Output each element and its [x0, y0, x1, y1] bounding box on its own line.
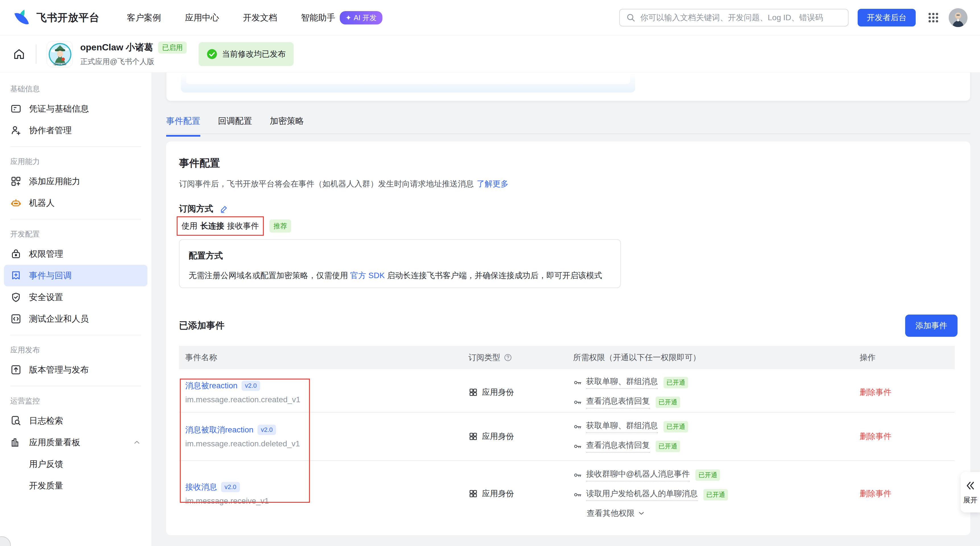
sidebar-item-version-release[interactable]: 版本管理与发布	[4, 359, 147, 380]
event-name-link[interactable]: 消息被reaction	[185, 380, 238, 391]
sidebar-item-bot[interactable]: 机器人	[4, 192, 147, 214]
help-circle-icon[interactable]	[504, 353, 512, 362]
permission-name[interactable]: 获取单聊、群组消息	[586, 376, 658, 389]
scrolled-card-inner-panel	[181, 73, 635, 92]
event-config-card: 事件配置 订阅事件后，飞书开放平台将会在事件（如机器人入群）发生时向请求地址推送…	[166, 142, 970, 535]
sidebar-item-label: 日志检索	[29, 415, 63, 427]
permission-item: 获取单聊、群组消息 已开通	[573, 376, 860, 389]
double-chevron-left-icon	[965, 480, 976, 491]
sidebar-item-credentials[interactable]: 凭证与基础信息	[4, 98, 147, 119]
home-icon[interactable]	[13, 48, 25, 60]
chevron-down-icon	[637, 509, 645, 517]
config-method-box: 配置方式 无需注册公网域名或配置加密策略，仅需使用 官方 SDK 启动长连接飞书…	[179, 239, 621, 288]
tab-callback-config[interactable]: 回调配置	[218, 115, 252, 137]
tab-encryption-policy[interactable]: 加密策略	[270, 115, 304, 137]
sidebar-item-events-callbacks[interactable]: 事件与回调	[4, 265, 147, 287]
sidebar-item-label: 用户反馈	[29, 458, 63, 470]
sidebar-item-test-enterprise[interactable]: 测试企业和人员	[4, 308, 147, 330]
user-avatar[interactable]	[949, 8, 967, 27]
event-name-cell: 消息被取消reaction v2.0 im.message.reaction.d…	[179, 412, 468, 460]
edit-pencil-icon[interactable]	[220, 204, 229, 213]
search-icon	[626, 13, 636, 22]
bar-chart-icon	[10, 437, 22, 448]
sidebar-item-label: 开发质量	[29, 480, 63, 492]
version-badge: v2.0	[242, 380, 260, 391]
delete-event-link[interactable]: 删除事件	[860, 387, 891, 398]
col-actions: 操作	[860, 352, 955, 363]
delete-event-link[interactable]: 删除事件	[860, 431, 891, 442]
permission-name[interactable]: 查看消息表情回复	[586, 396, 650, 409]
view-more-permissions-link[interactable]: 查看其他权限	[587, 508, 860, 519]
log-search-icon	[10, 415, 22, 427]
event-row-message-reaction-deleted: 消息被取消reaction v2.0 im.message.reaction.d…	[179, 412, 955, 460]
top-navbar: 飞书开放平台 客户案例 应用中心 开发文档 智能助手 ✦ AI 开发 开发者后台	[0, 0, 980, 36]
official-sdk-link[interactable]: 官方 SDK	[350, 271, 385, 280]
divider	[10, 219, 141, 220]
mode-prefix: 使用	[181, 221, 197, 231]
sidebar-item-collaborators[interactable]: 协作者管理	[4, 119, 147, 141]
tab-event-config[interactable]: 事件配置	[166, 115, 200, 137]
sidebar-item-label: 安全设置	[29, 291, 63, 303]
app-grid-icon[interactable]	[927, 11, 940, 24]
mode-suffix: 接收事件	[227, 221, 259, 231]
sidebar-section-release: 应用发布	[4, 341, 147, 359]
sidebar-item-quality-dashboard[interactable]: 应用质量看板	[4, 431, 147, 453]
app-identity-icon	[468, 489, 478, 498]
sidebar-section-capability: 应用能力	[4, 152, 147, 170]
event-name-link[interactable]: 接收消息	[185, 482, 217, 492]
subscription-type-cell: 应用身份	[468, 369, 573, 415]
code-box-icon	[10, 313, 22, 325]
nav-item-assistant-label: 智能助手	[301, 12, 335, 24]
nav-item-docs[interactable]: 开发文档	[243, 12, 277, 24]
scrolled-card-remnant	[166, 73, 970, 101]
ai-dev-badge[interactable]: ✦ AI 开发	[340, 11, 382, 24]
chevron-up-icon[interactable]	[133, 438, 141, 447]
col-subscription-type: 订阅类型	[468, 352, 573, 363]
permission-name[interactable]: 查看消息表情回复	[586, 440, 650, 453]
sidebar-section-basic: 基础信息	[4, 80, 147, 98]
section-description: 订阅事件后，飞书开放平台将会在事件（如机器人入群）发生时向请求地址推送消息了解更…	[179, 178, 509, 189]
search-input[interactable]	[640, 13, 842, 22]
event-row-message-reaction-created: 消息被reaction v2.0 im.message.reaction.cre…	[179, 369, 955, 412]
sidebar-item-add-capability[interactable]: 添加应用能力	[4, 170, 147, 192]
spark-icon: ✦	[345, 14, 352, 22]
key-icon	[573, 471, 582, 480]
nav-item-app-center[interactable]: 应用中心	[185, 12, 219, 24]
svg-text:openClaw: openClaw	[54, 63, 67, 66]
learn-more-link[interactable]: 了解更多	[477, 179, 509, 188]
sidebar-item-label: 测试企业和人员	[29, 313, 89, 325]
expand-side-panel[interactable]: 展开	[961, 472, 980, 513]
nav-menu: 客户案例 应用中心 开发文档 智能助手 ✦ AI 开发	[127, 11, 382, 24]
sidebar-item-dev-quality[interactable]: 开发质量	[4, 475, 147, 497]
permission-name[interactable]: 读取用户发给机器人的单聊消息	[586, 488, 698, 501]
permission-item: 查看消息表情回复 已开通	[573, 440, 860, 453]
brand[interactable]: 飞书开放平台	[13, 8, 100, 27]
permissions-cell: 接收群聊中@机器人消息事件 已开通 读取用户发给机器人的单聊消息 已开通	[573, 461, 860, 526]
event-name-link[interactable]: 消息被取消reaction	[185, 425, 253, 435]
add-event-button[interactable]: 添加事件	[905, 315, 958, 337]
app-status-badge: 已启用	[158, 41, 187, 54]
sidebar-item-log-search[interactable]: 日志检索	[4, 410, 147, 431]
version-badge: v2.0	[221, 482, 240, 492]
sidebar-item-security[interactable]: 安全设置	[4, 287, 147, 308]
delete-event-link[interactable]: 删除事件	[860, 488, 891, 499]
nav-item-assistant[interactable]: 智能助手 ✦ AI 开发	[301, 11, 382, 24]
sidebar-item-label: 协作者管理	[29, 125, 72, 136]
nav-right: 开发者后台	[619, 8, 967, 27]
subscription-type-cell: 应用身份	[468, 461, 573, 526]
nav-item-cases[interactable]: 客户案例	[127, 12, 161, 24]
action-cell: 删除事件	[860, 412, 955, 460]
sidebar-item-permissions[interactable]: 权限管理	[4, 243, 147, 265]
key-icon	[573, 422, 582, 431]
developer-console-button[interactable]: 开发者后台	[858, 9, 916, 27]
permission-name[interactable]: 接收群聊中@机器人消息事件	[586, 468, 690, 481]
divider	[36, 45, 37, 64]
sidebar: 基础信息 凭证与基础信息 协作者管理 应用能力 添加应用能力	[0, 73, 151, 546]
permission-name[interactable]: 获取单聊、群组消息	[586, 420, 658, 433]
shield-check-icon	[10, 291, 22, 303]
sidebar-item-user-feedback[interactable]: 用户反馈	[4, 453, 147, 475]
global-search[interactable]	[619, 9, 848, 27]
ai-dev-badge-label: AI 开发	[354, 13, 377, 22]
sidebar-item-label: 机器人	[29, 197, 55, 209]
mode-bold: 长连接	[200, 221, 224, 231]
